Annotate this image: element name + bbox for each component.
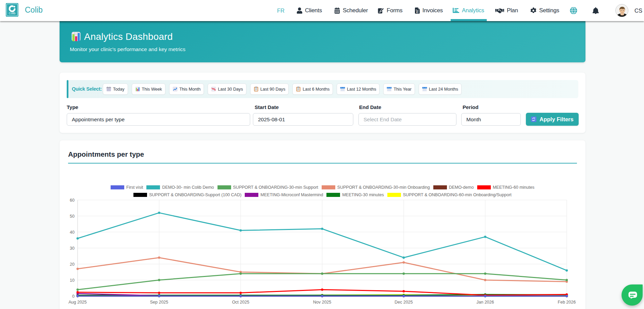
svg-text:Dec 2025: Dec 2025 [395, 300, 413, 305]
svg-text:Nov 2025: Nov 2025 [313, 300, 332, 305]
svg-text:Feb 2026: Feb 2026 [558, 300, 576, 305]
svg-text:30: 30 [70, 246, 75, 251]
svg-text:Jan 2026: Jan 2026 [477, 300, 494, 305]
svg-text:Oct 2025: Oct 2025 [232, 300, 249, 305]
svg-text:10: 10 [70, 278, 75, 283]
svg-text:$: $ [417, 11, 418, 14]
svg-text:Sep 2025: Sep 2025 [150, 300, 168, 305]
svg-text:0: 0 [72, 294, 75, 299]
svg-text:20: 20 [70, 262, 75, 267]
svg-text:Aug 2025: Aug 2025 [68, 300, 87, 305]
svg-text:40: 40 [70, 230, 75, 235]
svg-text:60: 60 [70, 198, 75, 203]
svg-text:50: 50 [70, 214, 75, 219]
